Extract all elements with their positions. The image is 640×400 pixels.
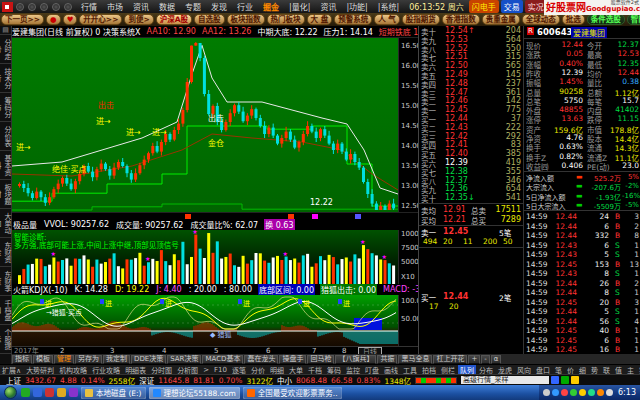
tray-icon[interactable] xyxy=(543,389,550,396)
kdj-panel[interactable]: 进进进进进进→猎狐·买点◆ 猎狐 100.050.00 xyxy=(12,295,418,346)
status-icon[interactable] xyxy=(551,376,559,384)
book-volume[interactable]: 37 xyxy=(479,114,521,123)
toolbar-circle-icon[interactable] xyxy=(52,3,60,11)
book-price[interactable]: 12.37 xyxy=(445,176,468,185)
quote-tab[interactable]: 主 xyxy=(625,365,636,375)
quote-tab[interactable]: 笔 xyxy=(553,365,564,375)
left-tab-东财资金[interactable]: 东财资金 xyxy=(0,238,12,267)
indicator-tab[interactable]: 操盘手 xyxy=(279,355,306,364)
quote-tab[interactable]: 值 xyxy=(613,365,624,375)
indicator-tab[interactable]: 另存为 xyxy=(75,355,102,364)
view-tab[interactable]: 大单 xyxy=(287,365,305,375)
book-volume[interactable]: 204 xyxy=(479,26,521,35)
left-tab-筹码分布[interactable]: 筹码分布 xyxy=(0,93,12,122)
book-price[interactable]: 12.42 xyxy=(445,132,468,141)
view-tab[interactable]: 监控 xyxy=(344,365,362,375)
book-price[interactable]: 12.44 xyxy=(445,114,468,123)
left-tab-分价表[interactable]: 分价表 xyxy=(0,122,12,151)
taskbar-window-button[interactable]: 本地磁盘 (E:) xyxy=(81,387,146,399)
indicator-tab[interactable]: 磊在龙头 xyxy=(244,355,278,364)
view-tab[interactable]: 大势研判 xyxy=(24,365,56,375)
toolbar-circle-icon[interactable] xyxy=(40,3,48,11)
book-volume[interactable]: 419 xyxy=(479,158,521,167)
taskbar-quick-icon[interactable] xyxy=(33,388,42,397)
view-tab[interactable]: 明细 xyxy=(268,365,286,375)
quote-tab[interactable]: 价 xyxy=(565,365,576,375)
book-price[interactable]: 12.46 xyxy=(445,96,468,105)
book-volume[interactable]: 145 xyxy=(479,70,521,79)
toolbar-button[interactable]: 香港指数 xyxy=(442,14,480,25)
quote-tab[interactable]: 风向 xyxy=(515,365,533,375)
toolbar-button[interactable]: 股指期货 xyxy=(402,14,440,25)
start-button[interactable] xyxy=(4,386,17,399)
menu-item[interactable]: 发现 xyxy=(211,3,227,12)
book-price[interactable]: 12.51 xyxy=(445,52,468,61)
menu-item[interactable]: 资讯 xyxy=(133,3,149,12)
menu-item[interactable]: 资讯 xyxy=(320,3,336,12)
indicator-tab[interactable]: SAR决策 xyxy=(167,355,201,364)
tray-icon[interactable] xyxy=(561,389,568,396)
left-tab-技术分析[interactable]: 技术分析 xyxy=(0,64,12,93)
view-tab[interactable]: 筹码 xyxy=(325,365,343,375)
taskbar-quick-icon[interactable] xyxy=(21,388,30,397)
toolbar-button[interactable]: 批选 xyxy=(562,14,585,25)
book-price[interactable]: 12.40 xyxy=(445,149,468,158)
view-tab[interactable]: 叮盘 xyxy=(363,365,381,375)
quote-tab[interactable]: 龙虎 xyxy=(496,365,514,375)
quote-tab[interactable]: 势 xyxy=(589,365,600,375)
view-tab[interactable]: 机构攻略 xyxy=(57,365,89,375)
view-tab[interactable]: 侧栏 xyxy=(439,365,457,375)
tray-icon[interactable] xyxy=(588,389,595,396)
book-volume[interactable]: 654 xyxy=(479,184,521,193)
menu-item[interactable]: |功能| xyxy=(346,3,367,12)
taskbar-quick-icon[interactable] xyxy=(57,388,66,397)
book-volume[interactable]: 222 xyxy=(479,123,521,132)
indicator-tab[interactable]: 回马枪 xyxy=(307,355,334,364)
taskbar-window-button[interactable]: 全国最受欢迎影票票务.. xyxy=(243,387,342,399)
book-volume[interactable]: 361 xyxy=(479,88,521,97)
book-volume[interactable]: 292 xyxy=(479,132,521,141)
book-volume[interactable]: 550 xyxy=(479,44,521,53)
quick-button[interactable]: 交易 xyxy=(501,0,523,13)
toolbar-button[interactable]: ● xyxy=(46,14,61,25)
indicator-tab[interactable]: 我定制 xyxy=(103,355,130,364)
toolbar-button[interactable]: 预警系统 xyxy=(334,14,372,25)
indicator-tab[interactable]: 杠上开花 xyxy=(433,355,467,364)
book-volume[interactable]: 564 xyxy=(479,35,521,44)
left-tab-基本资料[interactable]: 基本资料 xyxy=(0,151,12,180)
toolbar-button[interactable]: 到便> xyxy=(124,14,153,25)
left-tab-东财季度[interactable]: 东财季度 xyxy=(0,267,12,296)
view-tab[interactable]: 逐笔 xyxy=(230,365,248,375)
book-volume[interactable]: 315 xyxy=(479,52,521,61)
quote-tab[interactable]: 细 xyxy=(577,365,588,375)
indicator-tab[interactable]: DDE决策 xyxy=(131,355,166,364)
left-tab-大单动向[interactable]: 大单动向 xyxy=(0,209,12,238)
indicator-tab[interactable]: α xyxy=(491,355,502,364)
toolbar-circle-icon[interactable] xyxy=(16,3,24,11)
toolbar-button[interactable]: 大 盘 xyxy=(307,14,333,25)
view-tab[interactable]: F10 xyxy=(212,366,229,374)
indicator-tab[interactable]: + xyxy=(468,355,480,364)
book-price[interactable]: 12.43 xyxy=(445,123,468,132)
indicator-tab[interactable]: 【八旗兵】 xyxy=(335,355,376,364)
book-volume[interactable]: 775 xyxy=(479,105,521,114)
left-tab-分时走势[interactable]: 分时走势 xyxy=(0,35,12,64)
menu-item[interactable]: 数据 xyxy=(159,3,175,12)
book-price[interactable]: 12.36 xyxy=(445,184,468,193)
volume-panel[interactable]: 智能诊断: 多方强,底部可能上涨,中间上涨中继,顶部见顶信号 ★★★★★★ 10… xyxy=(12,230,418,284)
book-volume[interactable]: 565 xyxy=(479,61,521,70)
tray-icon[interactable] xyxy=(552,389,559,396)
book-volume[interactable]: 346 xyxy=(479,176,521,185)
indicator-tab[interactable]: 黑马全息 xyxy=(398,355,432,364)
menu-item[interactable]: |量化| xyxy=(289,3,310,12)
book-price[interactable]: 12.35↓ xyxy=(445,193,475,202)
indicator-tab[interactable]: 模板 xyxy=(33,355,53,364)
book-volume[interactable]: 355 xyxy=(479,167,521,176)
left-tab-板块题材[interactable]: 板块题材 xyxy=(0,180,12,209)
book-price[interactable]: 12.41 xyxy=(445,140,468,149)
view-tab[interactable]: 分析图 xyxy=(175,365,200,375)
view-tab[interactable]: 明细表 xyxy=(123,365,148,375)
toolbar-button[interactable]: 下一页>> xyxy=(1,14,44,25)
left-tab-个股提示[interactable]: 个股提示 xyxy=(0,325,12,354)
view-tab[interactable]: 千档 xyxy=(306,365,324,375)
